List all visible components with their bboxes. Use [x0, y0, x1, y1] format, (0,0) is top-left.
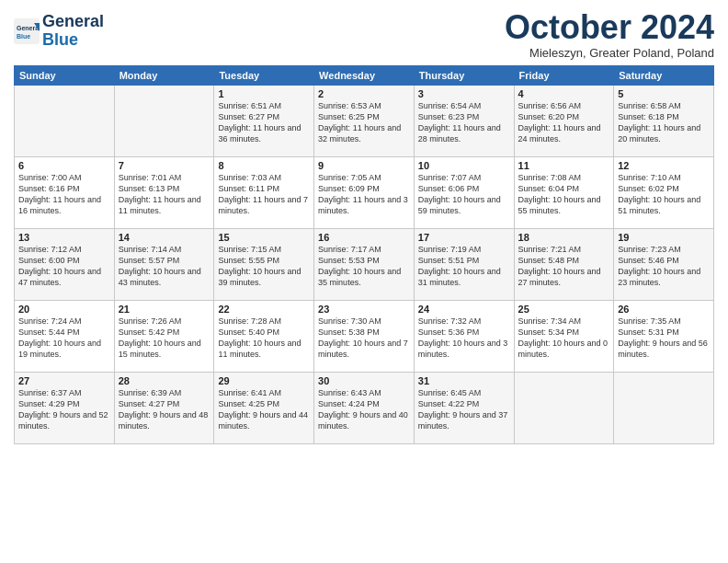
day-detail: Sunrise: 7:00 AMSunset: 6:16 PMDaylight:…	[18, 173, 101, 215]
calendar-week-row: 13Sunrise: 7:12 AMSunset: 6:00 PMDayligh…	[15, 228, 714, 300]
calendar-header-row: SundayMondayTuesdayWednesdayThursdayFrid…	[15, 65, 714, 85]
day-detail: Sunrise: 6:51 AMSunset: 6:27 PMDaylight:…	[218, 101, 301, 144]
day-detail: Sunrise: 7:05 AMSunset: 6:09 PMDaylight:…	[318, 173, 408, 215]
day-header-friday: Friday	[514, 65, 614, 85]
day-detail: Sunrise: 7:28 AMSunset: 5:40 PMDaylight:…	[218, 316, 301, 359]
logo-line1: General	[42, 12, 104, 30]
calendar-cell: 28Sunrise: 6:39 AMSunset: 4:27 PMDayligh…	[114, 372, 214, 443]
day-number: 18	[518, 232, 610, 243]
day-number: 24	[418, 304, 510, 315]
title-block: October 2024 Mieleszyn, Greater Poland, …	[505, 9, 714, 60]
day-number: 6	[18, 160, 110, 171]
calendar-cell: 25Sunrise: 7:34 AMSunset: 5:34 PMDayligh…	[514, 300, 614, 372]
day-number: 11	[518, 160, 610, 171]
calendar-cell: 22Sunrise: 7:28 AMSunset: 5:40 PMDayligh…	[214, 300, 314, 372]
day-number: 3	[418, 88, 510, 99]
day-header-thursday: Thursday	[414, 65, 514, 85]
day-number: 28	[119, 375, 210, 386]
day-detail: Sunrise: 6:45 AMSunset: 4:22 PMDaylight:…	[418, 388, 508, 431]
day-detail: Sunrise: 7:08 AMSunset: 6:04 PMDaylight:…	[518, 173, 601, 215]
day-detail: Sunrise: 6:58 AMSunset: 6:18 PMDaylight:…	[618, 101, 700, 144]
calendar-cell: 31Sunrise: 6:45 AMSunset: 4:22 PMDayligh…	[414, 372, 514, 443]
day-header-saturday: Saturday	[614, 65, 714, 85]
day-detail: Sunrise: 7:34 AMSunset: 5:34 PMDaylight:…	[518, 316, 609, 359]
day-detail: Sunrise: 7:07 AMSunset: 6:06 PMDaylight:…	[418, 173, 501, 215]
calendar-cell	[614, 372, 714, 443]
page: General Blue General Blue October 2024 M…	[0, 0, 728, 563]
day-number: 7	[119, 160, 210, 171]
header: General Blue General Blue October 2024 M…	[14, 9, 714, 60]
day-number: 13	[18, 232, 110, 243]
calendar-cell: 6Sunrise: 7:00 AMSunset: 6:16 PMDaylight…	[15, 156, 115, 228]
calendar-cell: 14Sunrise: 7:14 AMSunset: 5:57 PMDayligh…	[114, 228, 214, 300]
day-number: 27	[18, 375, 110, 386]
day-number: 26	[618, 304, 710, 315]
logo-line2: Blue	[42, 30, 78, 49]
day-header-wednesday: Wednesday	[314, 65, 415, 85]
calendar-cell: 27Sunrise: 6:37 AMSunset: 4:29 PMDayligh…	[15, 372, 115, 443]
day-number: 12	[618, 160, 710, 171]
calendar-cell: 18Sunrise: 7:21 AMSunset: 5:48 PMDayligh…	[514, 228, 614, 300]
day-header-sunday: Sunday	[15, 65, 115, 85]
calendar-cell: 29Sunrise: 6:41 AMSunset: 4:25 PMDayligh…	[214, 372, 314, 443]
day-detail: Sunrise: 6:43 AMSunset: 4:24 PMDaylight:…	[318, 388, 408, 431]
day-detail: Sunrise: 6:56 AMSunset: 6:20 PMDaylight:…	[518, 101, 601, 144]
day-number: 23	[318, 304, 410, 315]
day-header-monday: Monday	[114, 65, 214, 85]
calendar-cell: 1Sunrise: 6:51 AMSunset: 6:27 PMDaylight…	[214, 85, 314, 156]
day-detail: Sunrise: 7:32 AMSunset: 5:36 PMDaylight:…	[418, 316, 508, 359]
calendar-cell: 4Sunrise: 6:56 AMSunset: 6:20 PMDaylight…	[514, 85, 614, 156]
calendar-week-row: 1Sunrise: 6:51 AMSunset: 6:27 PMDaylight…	[15, 85, 714, 156]
logo-text: General Blue	[42, 13, 104, 50]
calendar-cell: 3Sunrise: 6:54 AMSunset: 6:23 PMDaylight…	[414, 85, 514, 156]
day-detail: Sunrise: 7:30 AMSunset: 5:38 PMDaylight:…	[318, 316, 408, 359]
calendar-cell: 21Sunrise: 7:26 AMSunset: 5:42 PMDayligh…	[114, 300, 214, 372]
day-number: 2	[318, 88, 410, 99]
location-subtitle: Mieleszyn, Greater Poland, Poland	[505, 46, 714, 60]
day-detail: Sunrise: 7:26 AMSunset: 5:42 PMDaylight:…	[119, 316, 201, 359]
calendar-cell: 30Sunrise: 6:43 AMSunset: 4:24 PMDayligh…	[314, 372, 415, 443]
calendar-cell: 8Sunrise: 7:03 AMSunset: 6:11 PMDaylight…	[214, 156, 314, 228]
day-number: 14	[119, 232, 210, 243]
calendar-cell: 12Sunrise: 7:10 AMSunset: 6:02 PMDayligh…	[614, 156, 714, 228]
day-number: 9	[318, 160, 410, 171]
calendar-week-row: 6Sunrise: 7:00 AMSunset: 6:16 PMDaylight…	[15, 156, 714, 228]
calendar-cell: 17Sunrise: 7:19 AMSunset: 5:51 PMDayligh…	[414, 228, 514, 300]
day-number: 21	[119, 304, 210, 315]
calendar-cell: 2Sunrise: 6:53 AMSunset: 6:25 PMDaylight…	[314, 85, 415, 156]
logo-icon: General Blue	[14, 18, 40, 44]
day-number: 17	[418, 232, 510, 243]
day-number: 22	[218, 304, 310, 315]
day-number: 29	[218, 375, 310, 386]
day-detail: Sunrise: 7:24 AMSunset: 5:44 PMDaylight:…	[18, 316, 101, 359]
day-number: 4	[518, 88, 610, 99]
day-number: 15	[218, 232, 310, 243]
day-number: 5	[618, 88, 710, 99]
calendar-table: SundayMondayTuesdayWednesdayThursdayFrid…	[14, 65, 714, 444]
day-detail: Sunrise: 7:01 AMSunset: 6:13 PMDaylight:…	[119, 173, 201, 215]
calendar-cell: 24Sunrise: 7:32 AMSunset: 5:36 PMDayligh…	[414, 300, 514, 372]
calendar-cell	[514, 372, 614, 443]
calendar-week-row: 27Sunrise: 6:37 AMSunset: 4:29 PMDayligh…	[15, 372, 714, 443]
day-number: 31	[418, 375, 510, 386]
day-detail: Sunrise: 6:37 AMSunset: 4:29 PMDaylight:…	[18, 388, 108, 431]
calendar-cell: 16Sunrise: 7:17 AMSunset: 5:53 PMDayligh…	[314, 228, 415, 300]
day-number: 25	[518, 304, 610, 315]
calendar-cell: 11Sunrise: 7:08 AMSunset: 6:04 PMDayligh…	[514, 156, 614, 228]
day-detail: Sunrise: 7:14 AMSunset: 5:57 PMDaylight:…	[119, 245, 201, 287]
day-detail: Sunrise: 6:53 AMSunset: 6:25 PMDaylight:…	[318, 101, 401, 144]
day-detail: Sunrise: 6:39 AMSunset: 4:27 PMDaylight:…	[119, 388, 209, 431]
month-title: October 2024	[505, 9, 714, 46]
calendar-cell	[15, 85, 115, 156]
calendar-cell: 19Sunrise: 7:23 AMSunset: 5:46 PMDayligh…	[614, 228, 714, 300]
logo: General Blue General Blue	[14, 13, 104, 50]
day-number: 30	[318, 375, 410, 386]
day-number: 20	[18, 304, 110, 315]
day-detail: Sunrise: 6:54 AMSunset: 6:23 PMDaylight:…	[418, 101, 501, 144]
calendar-cell: 9Sunrise: 7:05 AMSunset: 6:09 PMDaylight…	[314, 156, 415, 228]
calendar-week-row: 20Sunrise: 7:24 AMSunset: 5:44 PMDayligh…	[15, 300, 714, 372]
day-detail: Sunrise: 7:10 AMSunset: 6:02 PMDaylight:…	[618, 173, 700, 215]
calendar-cell	[114, 85, 214, 156]
day-detail: Sunrise: 7:23 AMSunset: 5:46 PMDaylight:…	[618, 245, 700, 287]
day-detail: Sunrise: 7:19 AMSunset: 5:51 PMDaylight:…	[418, 245, 501, 287]
